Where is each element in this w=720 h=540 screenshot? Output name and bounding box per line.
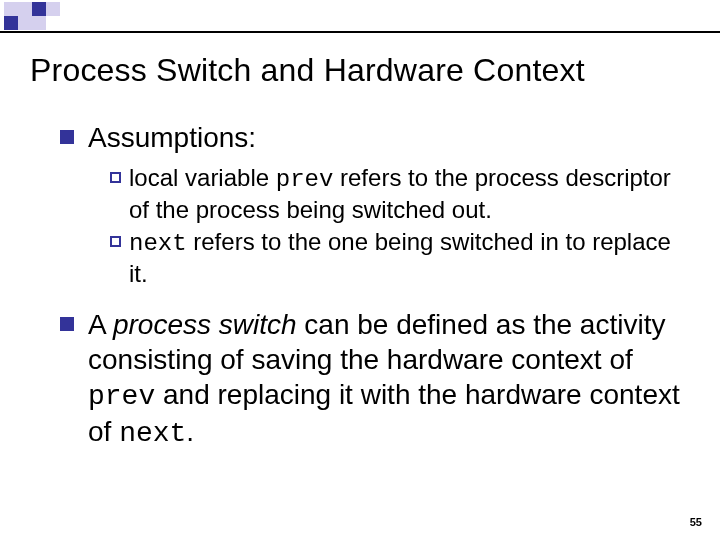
hollow-square-bullet-icon [110, 172, 121, 183]
italic-term: process switch [113, 309, 297, 340]
slide-title: Process Switch and Hardware Context [30, 52, 585, 89]
text-fragment: . [186, 416, 194, 447]
sub-bullet-next: next refers to the one being switched in… [110, 227, 680, 289]
sub-bullet-text: local variable prev refers to the proces… [129, 163, 680, 225]
page-number: 55 [690, 516, 702, 528]
bullet-assumptions: Assumptions: [60, 120, 680, 155]
bullet-definition: A process switch can be defined as the a… [60, 307, 680, 451]
deco-square [32, 16, 46, 30]
code-next: next [119, 418, 186, 449]
deco-square [4, 2, 18, 16]
horizontal-rule [0, 31, 720, 33]
text-fragment: refers to the one being switched in to r… [129, 228, 671, 287]
slide-body: Assumptions: local variable prev refers … [60, 120, 680, 459]
text-fragment: local variable [129, 164, 276, 191]
corner-decoration [0, 0, 720, 32]
sub-bullet-text: next refers to the one being switched in… [129, 227, 680, 289]
bullet-text: A process switch can be defined as the a… [88, 307, 680, 451]
deco-square [18, 16, 32, 30]
code-prev: prev [276, 166, 334, 193]
square-bullet-icon [60, 317, 74, 331]
code-next: next [129, 230, 187, 257]
deco-square [18, 2, 32, 16]
sub-bullet-prev: local variable prev refers to the proces… [110, 163, 680, 225]
text-fragment: A [88, 309, 113, 340]
sub-bullet-list: local variable prev refers to the proces… [110, 163, 680, 289]
deco-square [4, 16, 18, 30]
deco-square [46, 2, 60, 16]
hollow-square-bullet-icon [110, 236, 121, 247]
bullet-text: Assumptions: [88, 120, 256, 155]
deco-square [32, 2, 46, 16]
code-prev: prev [88, 381, 155, 412]
square-bullet-icon [60, 130, 74, 144]
